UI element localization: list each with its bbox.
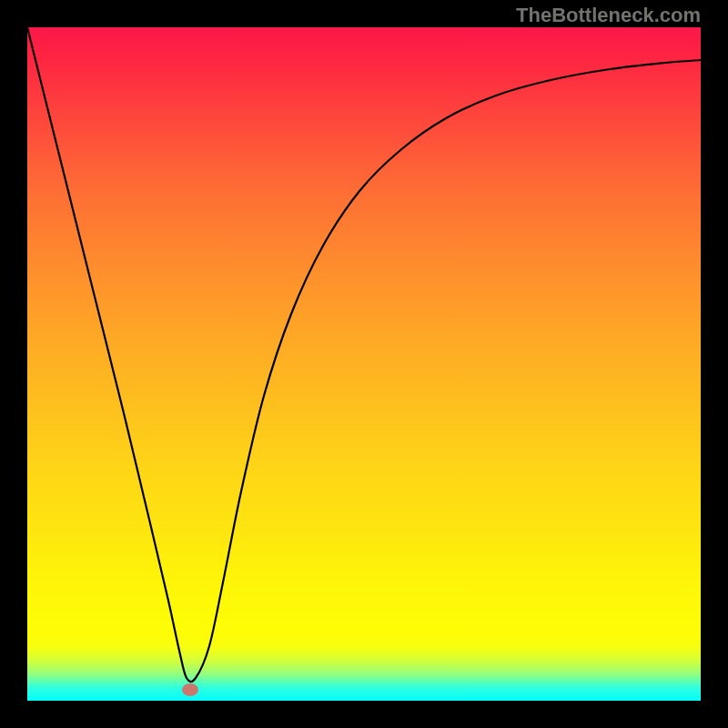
curve-path: [27, 27, 701, 682]
watermark-text: TheBottleneck.com: [516, 4, 701, 27]
curve-svg: [27, 27, 701, 701]
plot-frame: [27, 27, 701, 701]
highlight-marker: [182, 683, 198, 696]
